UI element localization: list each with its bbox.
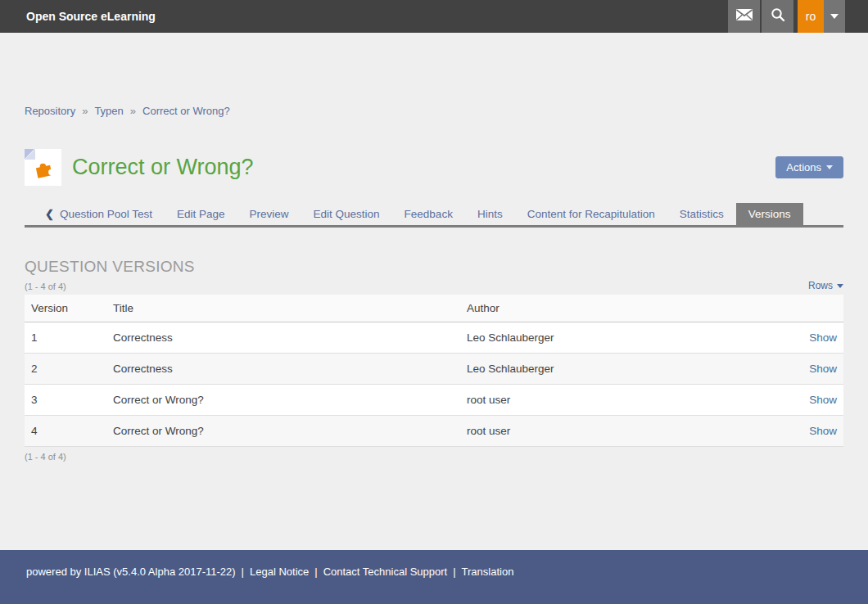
version-cell: 4 [25, 416, 106, 447]
rows-dropdown-label: Rows [808, 280, 833, 291]
show-link[interactable]: Show [809, 425, 837, 437]
breadcrumb-current[interactable]: Correct or Wrong? [142, 105, 230, 117]
search-icon [771, 7, 785, 25]
action-cell: Show [755, 322, 843, 354]
contact-support-link[interactable]: Contact Technical Support [323, 566, 448, 578]
column-header-title: Title [106, 295, 460, 322]
translation-link[interactable]: Translation [462, 566, 514, 578]
table-row: 1CorrectnessLeo SchlaubergerShow [25, 322, 843, 354]
range-indicator-bottom: (1 - 4 of 4) [25, 452, 843, 462]
breadcrumb: Repository»Typen»Correct or Wrong? [25, 105, 843, 117]
breadcrumb-separator: » [130, 105, 136, 117]
version-cell: 3 [25, 385, 106, 416]
column-header-version: Version [25, 295, 106, 322]
breadcrumb-repository[interactable]: Repository [25, 105, 75, 117]
author-cell: root user [460, 416, 755, 447]
mail-button[interactable] [726, 0, 760, 33]
breadcrumb-separator: » [82, 105, 88, 117]
search-button[interactable] [760, 0, 793, 33]
breadcrumb-typen[interactable]: Typen [94, 105, 123, 117]
table-row: 2CorrectnessLeo SchlaubergerShow [25, 354, 843, 385]
user-avatar-button[interactable]: ro [798, 0, 824, 33]
actions-button-label: Actions [786, 161, 821, 174]
tab-preview[interactable]: Preview [237, 203, 301, 225]
action-cell: Show [755, 416, 843, 447]
footer-separator: | [314, 566, 317, 578]
action-cell: Show [755, 354, 843, 385]
legal-notice-link[interactable]: Legal Notice [250, 566, 309, 578]
footer-separator: | [242, 566, 244, 578]
show-link[interactable]: Show [809, 331, 837, 344]
versions-table-header: Version Title Author [25, 295, 843, 322]
tab-hints[interactable]: Hints [465, 203, 515, 225]
author-cell: root user [460, 385, 755, 416]
topbar-actions: ro [726, 0, 845, 33]
tab-feedback[interactable]: Feedback [392, 203, 465, 225]
user-menu: ro [798, 0, 845, 33]
column-header-action [755, 295, 843, 322]
rows-dropdown[interactable]: Rows [808, 280, 843, 291]
tab-back-label: Question Pool Test [60, 208, 152, 220]
title-cell: Correct or Wrong? [106, 416, 460, 447]
range-indicator-top: (1 - 4 of 4) [25, 282, 66, 291]
table-row: 4Correct or Wrong?root userShow [25, 416, 843, 447]
title-row: Correct or Wrong? Actions [25, 149, 843, 186]
table-controls: (1 - 4 of 4) Rows [25, 280, 843, 291]
show-link[interactable]: Show [809, 394, 837, 406]
chevron-down-icon [826, 165, 833, 169]
page-title: Correct or Wrong? [72, 155, 775, 180]
version-cell: 2 [25, 354, 106, 385]
versions-table: Version Title Author 1CorrectnessLeo Sch… [25, 295, 843, 447]
tab-back-question-pool-test[interactable]: ❮Question Pool Test [33, 203, 165, 225]
tab-bar: ❮Question Pool Test Edit Page Preview Ed… [25, 203, 843, 228]
topbar: Open Source eLearning ro [0, 0, 868, 33]
show-link[interactable]: Show [809, 363, 837, 375]
chevron-down-icon [837, 284, 843, 288]
table-row: 3Correct or Wrong?root userShow [25, 385, 843, 416]
actions-button[interactable]: Actions [775, 156, 843, 178]
app-title: Open Source eLearning [0, 0, 156, 33]
author-cell: Leo Schlauberger [460, 322, 755, 354]
tab-edit-question[interactable]: Edit Question [301, 203, 392, 225]
version-cell: 1 [25, 322, 106, 354]
title-cell: Correctness [106, 322, 460, 354]
tab-edit-page[interactable]: Edit Page [165, 203, 237, 225]
main-content: Repository»Typen»Correct or Wrong? Corre… [0, 33, 868, 550]
action-cell: Show [755, 385, 843, 416]
tab-versions[interactable]: Versions [736, 203, 803, 225]
title-cell: Correctness [106, 354, 460, 385]
powered-by-link[interactable]: powered by ILIAS (v5.4.0 Alpha 2017-11-2… [26, 566, 236, 578]
chevron-down-icon [830, 14, 839, 19]
column-header-author: Author [460, 295, 755, 322]
versions-table-body: 1CorrectnessLeo SchlaubergerShow2Correct… [25, 322, 843, 447]
mail-icon [736, 9, 753, 24]
question-puzzle-icon [25, 149, 61, 186]
panel-heading: QUESTION VERSIONS [25, 258, 843, 276]
tab-statistics[interactable]: Statistics [667, 203, 736, 225]
footer-separator: | [453, 566, 455, 578]
author-cell: Leo Schlauberger [460, 354, 755, 385]
user-menu-toggle[interactable] [824, 0, 845, 33]
tab-content-for-recapitulation[interactable]: Content for Recapitulation [515, 203, 667, 225]
title-cell: Correct or Wrong? [106, 385, 460, 416]
chevron-left-icon: ❮ [45, 208, 54, 220]
footer: powered by ILIAS (v5.4.0 Alpha 2017-11-2… [0, 550, 868, 604]
